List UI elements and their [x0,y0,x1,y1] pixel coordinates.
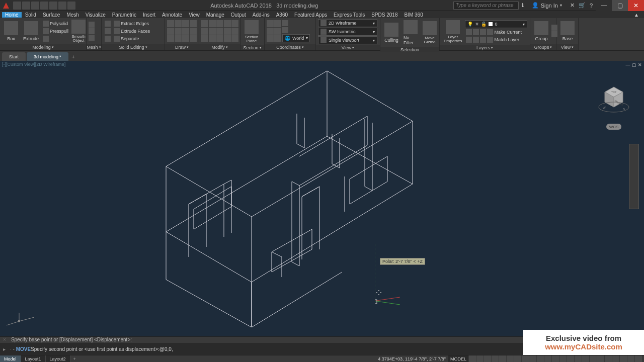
ucs-icon-7[interactable] [282,20,288,26]
maximize-button[interactable]: ▢ [612,0,628,11]
panel-label-modify[interactable]: Modify [199,44,240,50]
cycling-icon[interactable] [552,355,559,363]
fillet-icon[interactable] [224,28,231,35]
visual-style-dropdown[interactable]: 2D Wireframe [318,19,377,27]
vp-max-icon[interactable]: ▢ [631,62,636,67]
point-icon[interactable] [190,35,197,42]
viewport-config-dropdown[interactable]: Single viewport [318,36,377,44]
viewcube[interactable]: TOP FRONT W S [594,78,634,119]
mirror-icon[interactable] [224,20,231,27]
tab-manage[interactable]: Manage [203,12,227,18]
annoscale-icon[interactable] [575,355,582,363]
tab-featured-apps[interactable]: Featured Apps [291,12,330,18]
rotate-icon[interactable] [216,20,223,27]
match-layer-button[interactable]: Match Layer [465,36,527,43]
tab-output[interactable]: Output [228,12,249,18]
arc-icon[interactable] [190,20,197,27]
layer-properties-button[interactable]: LayerProperties [442,19,464,44]
extend-icon[interactable] [216,28,223,35]
snap-icon[interactable] [476,355,484,363]
array-icon[interactable] [201,35,208,42]
layout1-tab[interactable]: Layout1 [21,355,46,363]
poly-icon[interactable] [175,28,182,35]
ucs-icon-3[interactable] [267,28,274,35]
mesh-icon-1[interactable] [89,22,95,28]
custom-icon[interactable] [635,355,642,363]
qat-undo-icon[interactable] [58,2,66,10]
group-button[interactable]: Group [532,20,550,42]
ortho-icon[interactable] [484,355,491,363]
tab-express-tools[interactable]: Express Tools [331,12,368,18]
panel-label-modeling[interactable]: Modeling [0,44,86,50]
panel-label-layers[interactable]: Layers [440,45,530,50]
no-filter-button[interactable]: No Filter [401,19,420,46]
ellipse-icon[interactable] [182,28,189,35]
region-icon[interactable] [175,35,182,42]
clean-icon[interactable] [627,355,634,363]
model-tab[interactable]: Model [0,355,21,363]
ucs-icon-2[interactable] [274,20,281,27]
hatch-icon[interactable] [190,28,197,35]
tab-spds[interactable]: SPDS 2018 [368,12,400,18]
units-icon[interactable] [597,355,604,363]
copy-icon[interactable] [209,20,216,27]
revolve-button[interactable] [42,35,69,42]
hardware-icon[interactable] [612,355,619,363]
world-dropdown[interactable]: 🌐World [282,34,310,42]
pline-icon[interactable] [175,20,182,27]
qprops-icon[interactable] [605,355,612,363]
view-preset-dropdown[interactable]: SW Isometric [318,28,377,36]
align-icon[interactable] [231,35,238,42]
vp-close-icon[interactable]: ✕ [637,62,642,67]
otrack-icon[interactable] [514,355,521,363]
panel-label-solid-editing[interactable]: Solid Editing [102,44,165,50]
panel-label-view2[interactable]: View [556,44,578,50]
annomon-icon[interactable] [590,355,597,363]
transparency-icon[interactable] [544,355,551,363]
separate-button[interactable]: Separate [113,35,151,42]
grid-icon[interactable] [469,355,476,363]
tab-view[interactable]: View [186,12,203,18]
tab-addins[interactable]: Add-ins [250,12,273,18]
isolate-icon[interactable] [620,355,627,363]
minimize-button[interactable]: — [596,0,612,11]
explode-icon[interactable] [224,35,231,42]
rect-icon[interactable] [167,28,174,35]
vp-min-icon[interactable]: — [625,62,630,67]
box-button[interactable]: Box [2,20,20,42]
tab-bim360[interactable]: BIM 360 [401,12,426,18]
layout2-tab[interactable]: Layout2 [46,355,70,363]
scale-icon[interactable] [231,20,238,27]
qat-saveas-icon[interactable] [40,2,48,10]
cmd-close-icon[interactable]: × [3,337,6,342]
workspace-icon[interactable] [582,355,589,363]
tab-mesh[interactable]: Mesh [63,12,82,18]
3dosnap-icon[interactable] [507,355,514,363]
erase-icon[interactable] [216,35,223,42]
extrude-button[interactable]: Extrude [21,20,41,42]
extrude-faces-button[interactable]: Extrude Faces [113,28,151,35]
app-logo[interactable] [1,1,11,11]
presspull-button[interactable]: Presspull [42,28,69,35]
model-space-button[interactable]: MODEL [448,355,468,363]
info-icon[interactable]: ℹ [522,2,524,9]
tab-a360[interactable]: A360 [273,12,291,18]
trim-icon[interactable] [209,28,216,35]
gizmo-sb-icon[interactable] [567,355,574,363]
panel-label-section[interactable]: Section [240,45,264,50]
viewport[interactable]: [-][Custom View][2D Wireframe] — ▢ ✕ [0,61,644,336]
viewport-label[interactable]: [-][Custom View][2D Wireframe] [2,62,65,67]
tab-home[interactable]: Home [2,12,22,18]
move-icon[interactable] [201,20,208,27]
lwt-icon[interactable] [537,355,544,363]
qat-open-icon[interactable] [22,2,30,10]
move-gizmo-button[interactable]: MoveGizmo [421,20,439,45]
signin-button[interactable]: 👤 Sign In ▾ [528,2,566,9]
panel-label-coordinates[interactable]: Coordinates [265,44,315,50]
tab-insert[interactable]: Insert [140,12,158,18]
make-current-button[interactable]: Make Current [465,29,527,36]
help-icon[interactable]: ? [590,3,593,9]
wcs-badge[interactable]: WCS [606,124,621,130]
stretch-icon[interactable] [201,28,208,35]
qat-redo-icon[interactable] [67,2,75,10]
